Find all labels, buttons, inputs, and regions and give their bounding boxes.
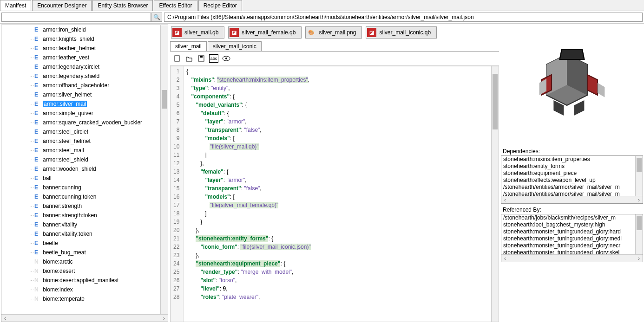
scroll-left-icon[interactable]: ‹ (501, 255, 509, 262)
tree-item[interactable]: ⋯Ebanner:strength (1, 201, 160, 211)
entity-type-icon: E (34, 212, 41, 219)
tree-item[interactable]: ⋯Earmor:silver_helmet (1, 90, 160, 99)
search-input[interactable] (1, 13, 151, 22)
tree-item[interactable]: ⋯Earmor:legendary:circlet (1, 62, 160, 71)
ref-vertical-scrollbar[interactable] (635, 214, 643, 254)
list-item[interactable]: stonehearth:monster_tuning:undead_glory:… (501, 235, 643, 242)
tree-item[interactable]: ⋯Earmor:steel_shield (1, 155, 160, 164)
editor-toolbar: abc (170, 52, 499, 66)
list-item[interactable]: stonehearth:equipment_piece (501, 170, 643, 177)
scroll-left-icon[interactable]: ‹ (1, 315, 9, 322)
list-item[interactable]: stonehearth:effects:weapon_level_up (501, 177, 643, 184)
tree-item[interactable]: ⋯Nbiome:desert:applied_manifest (1, 276, 160, 285)
list-item[interactable]: stonehearth:mixins:item_properties (501, 156, 643, 163)
tree-item[interactable]: ⋯Eball (1, 174, 160, 183)
entity-type-icon: E (34, 203, 41, 209)
tree-item[interactable]: ⋯Earmor:leather_helmet (1, 44, 160, 53)
list-item[interactable]: /stonehearth/entities/armor/silver_mail/… (501, 184, 643, 191)
tree-item[interactable]: ⋯Ebeetle (1, 239, 160, 248)
new-file-icon[interactable] (173, 54, 181, 63)
tree-item-label: armor:wooden_shield (43, 166, 96, 172)
file-button[interactable]: 🎨silver_mail.png (305, 26, 362, 39)
scroll-right-icon[interactable]: › (635, 196, 643, 203)
tree-item[interactable]: ⋯Earmor:square_cracked_wooden_buckler (1, 118, 160, 127)
tree-item[interactable]: ⋯Ebanner:strength:token (1, 211, 160, 220)
main-tab-recipe-editor[interactable]: Recipe Editor (198, 0, 242, 11)
save-file-icon[interactable] (197, 54, 205, 63)
list-item[interactable]: stonehearth:monster_tuning:undead_glory:… (501, 228, 643, 235)
main-tab-entity-stats-browser[interactable]: Entity Stats Browser (92, 0, 153, 11)
list-item[interactable]: /stonehearth/jobs/blacksmith/recipes/sil… (501, 214, 643, 221)
tree-item-label: armor:simple_quiver (43, 110, 93, 116)
dependencies-list[interactable]: stonehearth:mixins:item_propertiesstoneh… (501, 155, 643, 204)
dep-vertical-scrollbar[interactable] (635, 156, 643, 196)
tree-horizontal-scrollbar[interactable]: ‹ › (1, 314, 168, 322)
main-split: ⋯Earmor:iron_shield⋯Earmor:knights_shiel… (0, 24, 644, 323)
right-panel: Dependencies: stonehearth:mixins:item_pr… (501, 25, 643, 322)
tree-item[interactable]: ⋯Nbiome:index (1, 285, 160, 294)
localize-icon[interactable]: abc (209, 54, 218, 63)
tree-item[interactable]: ⋯Ebanner:cunning:token (1, 192, 160, 201)
scroll-left-icon[interactable]: ‹ (501, 196, 509, 203)
scroll-right-icon[interactable]: › (635, 255, 643, 262)
tree-item[interactable]: ⋯Earmor:wooden_shield (1, 164, 160, 174)
tree-item-label: armor:steel_helmet (43, 138, 91, 144)
editor-tab[interactable]: silver_mail_iconic (208, 41, 262, 51)
image-file-icon: 🎨 (307, 28, 316, 37)
tree-item-label: biome:desert (43, 268, 75, 274)
file-button-label: silver_mail_iconic.qb (379, 29, 431, 36)
file-button[interactable]: ◪silver_mail_iconic.qb (366, 26, 437, 39)
entity-type-icon: E (34, 119, 41, 126)
search-button[interactable]: 🔍 (151, 13, 162, 22)
tree-item[interactable]: ⋯Ebanner:vitality:token (1, 229, 160, 239)
tree-item[interactable]: ⋯Nbiome:arctic (1, 257, 160, 266)
tree-item-label: armor:silver_mail (43, 101, 87, 107)
scroll-right-icon[interactable]: › (160, 315, 168, 322)
tree-item[interactable]: ⋯Earmor:steel_helmet (1, 136, 160, 146)
tree-item[interactable]: ⋯Earmor:offhand_placeholder (1, 81, 160, 90)
file-button-bar: ◪silver_mail.qb◪silver_mail_female.qb🎨si… (170, 25, 499, 40)
file-button[interactable]: ◪silver_mail.qb (171, 26, 224, 39)
list-item[interactable]: stonehearth:entity_forms (501, 163, 643, 170)
tree-item[interactable]: ⋯Earmor:simple_quiver (1, 109, 160, 118)
editor-tab[interactable]: silver_mail (170, 41, 207, 51)
preview-icon[interactable] (222, 54, 230, 63)
file-button[interactable]: ◪silver_mail_female.qb (228, 26, 302, 39)
entity-type-icon: N (34, 277, 41, 284)
main-tab-manifest[interactable]: Manifest (0, 0, 31, 11)
open-file-icon[interactable] (185, 54, 193, 63)
tree-item[interactable]: ⋯Nbiome:desert (1, 266, 160, 276)
entity-type-icon: E (34, 129, 41, 135)
referenced-by-list[interactable]: /stonehearth/jobs/blacksmith/recipes/sil… (501, 214, 643, 262)
code-vertical-scrollbar[interactable] (491, 66, 499, 322)
tree-item[interactable]: ⋯Ebanner:cunning (1, 183, 160, 192)
dep-horizontal-scrollbar[interactable]: ‹ › (501, 196, 643, 203)
list-item[interactable]: stonehearth:monster_tuning:undead_glory:… (501, 242, 643, 249)
qb-file-icon: ◪ (367, 28, 376, 37)
entity-type-icon: E (34, 91, 41, 98)
entity-type-icon: N (34, 258, 41, 265)
tree-item[interactable]: ⋯Earmor:knights_shield (1, 34, 160, 44)
tree-item[interactable]: ⋯Earmor:steel_circlet (1, 127, 160, 136)
code-editor[interactable]: 1234567891011121314151617181920212223242… (170, 66, 499, 322)
entity-type-icon: E (34, 36, 41, 42)
main-tab-effects-editor[interactable]: Effects Editor (154, 0, 197, 11)
path-bar[interactable]: C:/Program Files (x86)/Steam/steamapps/c… (164, 13, 643, 22)
list-item[interactable]: stonehearth:loot_bag:chest_mystery:high (501, 221, 643, 228)
ref-horizontal-scrollbar[interactable]: ‹ › (501, 254, 643, 262)
tree-item-label: biome:temperate (43, 296, 85, 302)
tree-item[interactable]: ⋯Ebeetle_bug_meat (1, 248, 160, 257)
dependencies-title: Dependencies: (501, 147, 643, 155)
tree-item[interactable]: ⋯Earmor:iron_shield (1, 25, 160, 34)
tree-item-label: armor:silver_helmet (43, 91, 92, 98)
tree-item[interactable]: ⋯Ebanner:vitality (1, 220, 160, 229)
tree-item[interactable]: ⋯Earmor:steel_mail (1, 146, 160, 155)
tree-item[interactable]: ⋯Nbiome:temperate (1, 294, 160, 304)
main-tab-encounter-designer[interactable]: Encounter Designer (32, 0, 92, 11)
file-button-label: silver_mail_female.qb (242, 29, 296, 36)
tree-item[interactable]: ⋯Earmor:silver_mail (1, 99, 160, 109)
tree-vertical-scrollbar[interactable] (160, 25, 168, 314)
model-preview[interactable] (501, 25, 643, 145)
tree-item[interactable]: ⋯Earmor:legendary:shield (1, 71, 160, 81)
tree-item[interactable]: ⋯Earmor:leather_vest (1, 53, 160, 62)
